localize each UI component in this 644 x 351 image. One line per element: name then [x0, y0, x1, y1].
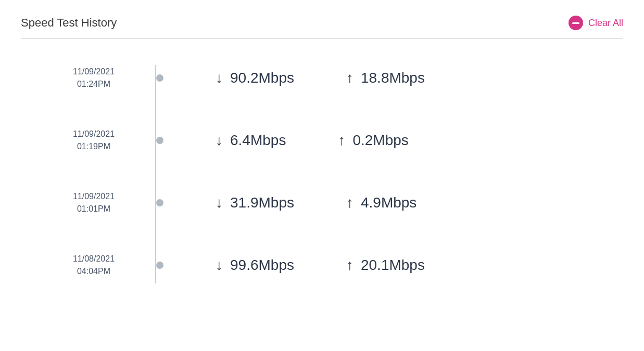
page-title: Speed Test History — [21, 16, 117, 30]
item-date-time: 01:19PM — [77, 142, 110, 151]
download-arrow-icon: ↓ — [216, 194, 223, 211]
speed-values: ↓ 99.6Mbps ↑ 20.1Mbps — [216, 257, 425, 274]
upload-speed-item: ↑ 4.9Mbps — [346, 194, 416, 211]
item-date: 11/09/2021 01:19PM — [52, 128, 135, 153]
upload-value: 4.9Mbps — [361, 194, 416, 211]
download-value: 99.6Mbps — [230, 257, 294, 274]
download-value: 31.9Mbps — [230, 194, 294, 211]
item-date-time: 04:04PM — [77, 267, 110, 276]
speed-values: ↓ 90.2Mbps ↑ 18.8Mbps — [216, 70, 425, 86]
download-arrow-icon: ↓ — [216, 132, 223, 149]
download-speed-item: ↓ 6.4Mbps — [216, 132, 286, 149]
timeline-dot — [156, 74, 163, 82]
upload-arrow-icon: ↑ — [346, 257, 353, 274]
upload-value: 0.2Mbps — [352, 132, 408, 149]
download-speed-item: ↓ 99.6Mbps — [216, 257, 294, 274]
speed-values: ↓ 6.4Mbps ↑ 0.2Mbps — [216, 132, 409, 149]
timeline-dot — [156, 262, 163, 269]
timeline-dot — [156, 199, 163, 206]
item-date: 11/09/2021 01:24PM — [52, 66, 135, 90]
history-list: 11/09/2021 01:24PM ↓ 90.2Mbps ↑ 18.8Mbps… — [21, 49, 623, 299]
item-date-date: 11/09/2021 — [73, 129, 115, 138]
history-item: 11/08/2021 04:04PM ↓ 99.6Mbps ↑ 20.1Mbps — [52, 237, 623, 294]
item-date-date: 11/09/2021 — [73, 67, 115, 76]
download-arrow-icon: ↓ — [216, 257, 223, 274]
header: Speed Test History Clear All — [21, 16, 623, 39]
upload-speed-item: ↑ 0.2Mbps — [338, 132, 408, 149]
upload-speed-item: ↑ 18.8Mbps — [346, 70, 425, 86]
item-date-date: 11/09/2021 — [73, 192, 115, 201]
download-arrow-icon: ↓ — [216, 70, 223, 86]
timeline-dot — [156, 137, 163, 144]
item-date-time: 01:01PM — [77, 204, 110, 213]
upload-arrow-icon: ↑ — [346, 70, 353, 86]
item-date-time: 01:24PM — [77, 80, 110, 88]
upload-arrow-icon: ↑ — [346, 194, 353, 211]
item-date: 11/08/2021 04:04PM — [52, 253, 135, 278]
history-item: 11/09/2021 01:24PM ↓ 90.2Mbps ↑ 18.8Mbps — [52, 49, 623, 107]
download-value: 6.4Mbps — [230, 132, 286, 149]
upload-value: 18.8Mbps — [361, 70, 425, 86]
clear-all-icon — [569, 16, 583, 30]
item-date: 11/09/2021 01:01PM — [52, 190, 135, 215]
upload-value: 20.1Mbps — [361, 257, 425, 274]
history-item: 11/09/2021 01:19PM ↓ 6.4Mbps ↑ 0.2Mbps — [52, 112, 623, 169]
download-value: 90.2Mbps — [230, 70, 294, 86]
history-item: 11/09/2021 01:01PM ↓ 31.9Mbps ↑ 4.9Mbps — [52, 174, 623, 231]
upload-arrow-icon: ↑ — [338, 132, 345, 149]
page-container: Speed Test History Clear All 11/09/2021 … — [0, 0, 644, 351]
item-date-date: 11/08/2021 — [73, 254, 115, 263]
upload-speed-item: ↑ 20.1Mbps — [346, 257, 425, 274]
download-speed-item: ↓ 31.9Mbps — [216, 194, 294, 211]
clear-all-button[interactable]: Clear All — [569, 16, 623, 30]
speed-values: ↓ 31.9Mbps ↑ 4.9Mbps — [216, 194, 416, 211]
clear-all-label: Clear All — [588, 18, 623, 29]
download-speed-item: ↓ 90.2Mbps — [216, 70, 294, 86]
